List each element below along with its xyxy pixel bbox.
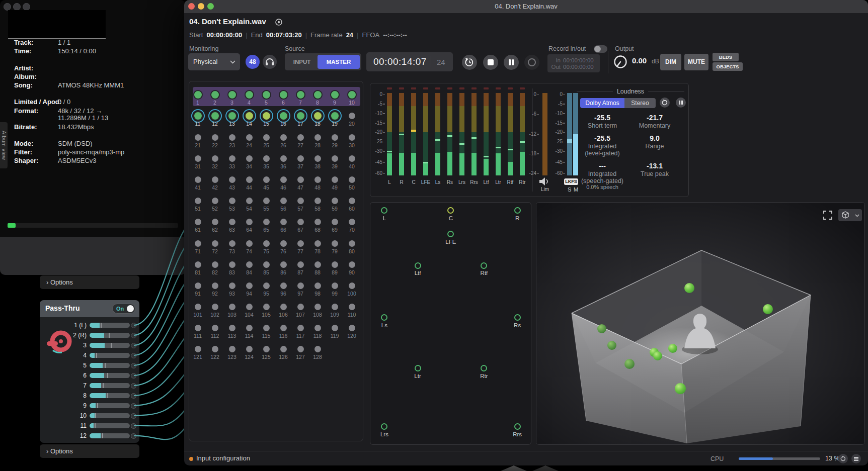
meter-marker xyxy=(97,403,98,408)
grid-channel-dot xyxy=(212,240,218,247)
clip-indicator xyxy=(399,87,404,89)
grid-channel-dot xyxy=(349,304,355,310)
lkfs-scale-tick xyxy=(563,95,565,96)
return-to-start-button[interactable] xyxy=(462,55,477,70)
options-bar-top[interactable]: › Options xyxy=(40,275,139,289)
info-value: SDM (DSD) xyxy=(58,140,93,147)
dock-icon[interactable] xyxy=(532,465,559,471)
output-connector xyxy=(131,343,136,348)
limiter-scale-tick xyxy=(537,134,539,135)
zoom-button[interactable] xyxy=(23,3,30,11)
loudness-reset-button[interactable] xyxy=(660,98,670,108)
cpu-meter xyxy=(739,457,820,460)
output-knob[interactable] xyxy=(613,54,628,69)
lkfs-scale-tick xyxy=(563,113,565,114)
beds-button[interactable]: BEDS xyxy=(713,53,739,61)
refresh-button[interactable] xyxy=(838,454,848,463)
meter-channel-label: LFE xyxy=(420,179,432,185)
grid-channel-number: 15 xyxy=(258,121,275,127)
input-configuration-link[interactable]: Input configuration xyxy=(196,454,250,462)
close-button[interactable] xyxy=(188,3,195,10)
passthru-channel-label: 4 xyxy=(40,352,87,359)
grid-channel-dot xyxy=(297,176,304,183)
speaker-label: Lrs xyxy=(372,431,397,437)
meter-fill xyxy=(90,383,101,388)
meter-level xyxy=(399,153,404,175)
pause-button[interactable] xyxy=(504,55,519,70)
dock-icon[interactable] xyxy=(501,465,527,471)
dim-button[interactable]: DIM xyxy=(660,54,681,70)
room-3d-canvas[interactable] xyxy=(536,203,865,445)
progress-bar[interactable] xyxy=(8,223,178,228)
grid-channel-dot xyxy=(349,261,355,268)
meter-marker xyxy=(109,333,110,338)
timecode-display[interactable]: 00:00:14:07 24 xyxy=(366,52,453,71)
grid-channel-number: 52 xyxy=(206,206,223,212)
grid-channel-dot xyxy=(314,325,321,331)
grid-channel-number: 115 xyxy=(258,333,275,339)
passthru-channel-label: 11 xyxy=(40,422,87,429)
end-label: End xyxy=(251,31,263,39)
fullscreen-button[interactable] xyxy=(823,211,832,220)
zoom-button[interactable] xyxy=(207,3,214,10)
view-cube-button[interactable] xyxy=(838,209,862,221)
record-inout-toggle[interactable] xyxy=(594,45,607,53)
passthru-toggle-label: On xyxy=(116,306,124,312)
grid-channel-number: 40 xyxy=(343,163,360,169)
grid-channel-number: 74 xyxy=(241,248,258,254)
lkfs-scale-label: -25 xyxy=(550,139,563,144)
source-label: Source xyxy=(285,45,305,52)
end-value: 00:07:03:20 xyxy=(266,31,302,39)
sample-rate-badge[interactable]: 48 xyxy=(246,55,260,69)
loudness-pause-button[interactable] xyxy=(676,98,686,108)
source-input-button[interactable]: INPUT xyxy=(286,55,318,69)
source-selector: INPUT MASTER xyxy=(285,53,361,70)
speaker-label: Ls xyxy=(372,322,397,328)
grid-channel-dot xyxy=(349,282,355,289)
grid-channel-number: 44 xyxy=(241,184,258,191)
speaker-icon[interactable] xyxy=(539,177,550,185)
options-bar-bottom[interactable]: › Options xyxy=(40,444,139,458)
grid-channel-dot xyxy=(227,111,237,121)
minimize-button[interactable] xyxy=(198,3,204,10)
grid-channel-dot xyxy=(227,90,237,100)
info-value: 150:14 / 0:00 xyxy=(58,47,96,55)
source-master-button[interactable]: MASTER xyxy=(318,55,360,69)
audio-object-ball xyxy=(624,359,635,369)
speaker-ring-ls xyxy=(381,314,387,321)
speaker-label: Ltr xyxy=(405,373,430,379)
headphones-button[interactable] xyxy=(263,55,277,69)
meter-channel-label: Ls xyxy=(432,179,444,185)
eye-icon[interactable] xyxy=(275,18,283,26)
passthru-toggle[interactable]: On xyxy=(112,304,135,314)
grid-channel-number: 70 xyxy=(343,227,360,233)
grid-channel-number: 110 xyxy=(343,312,360,318)
close-button[interactable] xyxy=(4,3,11,11)
grid-channel-dot xyxy=(263,325,270,331)
grid-channel-number: 69 xyxy=(326,227,343,233)
layers-button[interactable] xyxy=(851,454,861,463)
objects-button[interactable]: OBJECTS xyxy=(713,62,743,71)
minimize-button[interactable] xyxy=(13,3,21,11)
record-inout-label: Record in/out xyxy=(548,45,586,52)
meter-peak xyxy=(471,137,477,139)
toolbar-divider xyxy=(608,51,608,73)
record-button[interactable] xyxy=(524,55,539,70)
monitoring-dropdown[interactable]: Physical xyxy=(188,53,240,70)
mute-button[interactable]: MUTE xyxy=(684,54,708,70)
meter-zone-red xyxy=(411,93,416,106)
monitoring-label: Monitoring xyxy=(189,45,218,52)
album-view-tab[interactable]: Album view xyxy=(0,122,8,168)
info-label: Limited / Apod: xyxy=(14,98,61,106)
speaker-ring-r xyxy=(514,207,521,214)
grid-channel-dot xyxy=(297,240,304,247)
speaker-ring-rs xyxy=(514,314,521,321)
progress-fill xyxy=(8,223,16,228)
meter-zone-red xyxy=(508,93,513,106)
cpu-label: CPU xyxy=(711,455,724,462)
viewer-3d[interactable] xyxy=(536,202,865,445)
grid-channel-dot xyxy=(229,176,235,183)
tab-dolby-atmos[interactable]: Dolby Atmos xyxy=(580,98,624,108)
tab-stereo[interactable]: Stereo xyxy=(624,98,656,108)
stop-button[interactable] xyxy=(483,55,498,70)
